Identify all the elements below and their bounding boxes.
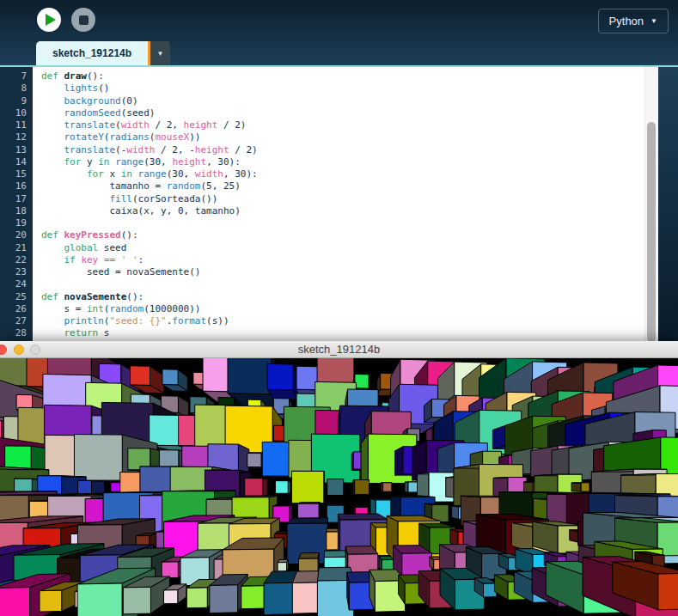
- mode-selector-button[interactable]: Python ▼: [598, 9, 669, 34]
- code-token-plain: [132, 168, 138, 180]
- code-token-pvar: height: [184, 119, 218, 131]
- code-line: [41, 278, 644, 290]
- code-line: translate(width / 2, height / 2): [41, 119, 644, 131]
- sketch-titlebar[interactable]: sketch_191214b: [0, 341, 678, 358]
- code-token-plain: (-: [115, 144, 126, 156]
- code-line: global seed: [41, 242, 644, 254]
- line-number: 7: [0, 70, 27, 82]
- code-token-plain: (: [115, 119, 121, 131]
- code-token-plain: [115, 254, 121, 265]
- code-token-kw: int: [87, 303, 104, 314]
- sketch-window: sketch_191214b: [0, 341, 678, 616]
- line-number: 15: [0, 168, 27, 180]
- code-token-plain: seed: [98, 242, 126, 253]
- code-token-defname: novaSemente: [64, 291, 127, 302]
- code-token-plain: (0): [121, 95, 138, 107]
- code-token-str: "seed: {}": [109, 315, 166, 326]
- code-token-plain: [41, 242, 64, 253]
- gutter: 7891011121314151617181920212223242526272…: [0, 67, 33, 341]
- code-token-plain: (s)): [206, 315, 229, 326]
- tab-sketch[interactable]: sketch_191214b ▼: [36, 41, 170, 65]
- code-token-plain: (30,: [144, 156, 172, 168]
- code-area[interactable]: def draw(): lights() background(0) rando…: [33, 67, 644, 341]
- run-button[interactable]: [37, 8, 61, 32]
- code-token-plain: (seed): [121, 107, 156, 119]
- code-token-api: lights: [64, 82, 99, 94]
- code-line: return s: [41, 327, 644, 339]
- code-token-kw: global: [64, 242, 99, 253]
- play-icon: [46, 14, 56, 26]
- line-number: 13: [0, 144, 27, 156]
- line-number: 28: [0, 327, 27, 339]
- sketch-canvas[interactable]: [0, 358, 678, 616]
- editor-scrollbar[interactable]: [644, 67, 658, 341]
- code-line: fill(corSorteada()): [41, 193, 644, 205]
- code-line: s = int(random(1000000)): [41, 303, 644, 315]
- code-token-plain: ():: [121, 229, 138, 241]
- line-number: 10: [0, 107, 27, 119]
- scrollbar-thumb[interactable]: [647, 122, 656, 341]
- code-token-plain: / 2): [229, 144, 258, 156]
- code-token-pvar: height: [172, 156, 206, 168]
- screen: Python ▼ sketch_191214b ▼ 78910111213141…: [0, 0, 678, 616]
- code-token-plain: , 30):: [223, 168, 258, 180]
- code-token-plain: ():: [126, 291, 144, 302]
- code-token-plain: (corSorteada()): [132, 193, 217, 204]
- code-token-plain: s =: [41, 303, 87, 314]
- code-line: background(0): [41, 95, 644, 107]
- line-number: 12: [0, 131, 27, 143]
- line-number: 9: [0, 95, 27, 107]
- code-token-api: println: [64, 315, 104, 326]
- code-token-api: range: [138, 168, 167, 180]
- code-token-api: fill: [109, 193, 132, 204]
- line-number: 18: [0, 205, 27, 217]
- code-token-kw: in: [98, 156, 109, 168]
- code-token-plain: (30,: [167, 168, 195, 180]
- code-token-pvar: key: [81, 254, 98, 265]
- chevron-down-icon: ▼: [157, 50, 164, 58]
- code-token-plain: x: [104, 168, 121, 180]
- code-token-plain: seed = novaSemente(): [41, 266, 200, 278]
- code-token-plain: (1000000)): [144, 303, 200, 314]
- code-token-pvar: width: [195, 168, 223, 180]
- code-line: caixa(x, y, 0, tamanho): [41, 205, 644, 217]
- code-token-api: translate: [64, 119, 116, 131]
- code-token-defname: draw: [64, 70, 88, 82]
- ide-toolbar: Python ▼ sketch_191214b ▼: [0, 0, 678, 65]
- code-token-plain: [41, 107, 64, 119]
- chevron-down-icon: ▼: [651, 18, 657, 25]
- code-token-str: ' ': [121, 254, 138, 265]
- code-token-kw: return: [64, 327, 99, 338]
- editor-right-margin: [658, 67, 678, 341]
- line-number: 8: [0, 82, 27, 95]
- code-token-plain: :: [138, 254, 144, 265]
- line-number: 22: [0, 254, 27, 266]
- code-token-plain: s: [98, 327, 109, 338]
- code-line: translate(-width / 2, -height / 2): [41, 144, 644, 156]
- code-line: lights(): [41, 82, 644, 95]
- code-token-plain: / 2,: [150, 119, 184, 131]
- stop-button[interactable]: [71, 8, 95, 32]
- code-token-plain: )): [189, 131, 200, 143]
- code-token-api: background: [64, 95, 121, 107]
- code-line: for x in range(30, width, 30):: [41, 168, 644, 180]
- code-token-kw: def: [41, 291, 64, 302]
- code-line: randomSeed(seed): [41, 107, 644, 119]
- code-token-pvarbold: keyPressed: [64, 229, 121, 241]
- code-token-pvar: mouseX: [155, 131, 189, 143]
- line-number: 25: [0, 291, 27, 303]
- line-number: 26: [0, 303, 27, 315]
- code-token-kw: ==: [104, 254, 115, 265]
- code-token-plain: [41, 119, 64, 131]
- line-number: 24: [0, 278, 27, 290]
- code-line: def keyPressed():: [41, 229, 644, 241]
- tab-menu-button[interactable]: ▼: [150, 41, 170, 65]
- code-token-pvar: width: [121, 119, 150, 131]
- code-token-plain: / 2): [217, 119, 246, 131]
- line-number: 23: [0, 266, 27, 278]
- code-token-api: random: [109, 303, 144, 314]
- code-token-kw: if: [64, 254, 76, 265]
- code-line: [41, 217, 644, 229]
- code-line: def novaSemente():: [41, 291, 644, 303]
- code-line: println("seed: {}".format(s)): [41, 315, 644, 327]
